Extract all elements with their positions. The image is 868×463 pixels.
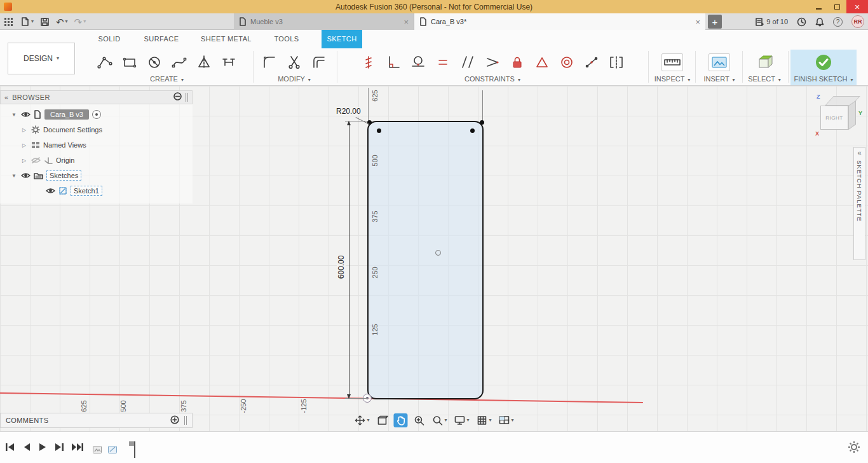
minimize-button[interactable]: [810, 0, 828, 13]
tree-item-label[interactable]: Origin: [56, 156, 74, 164]
sketch-point[interactable]: [377, 128, 381, 133]
insert-dropdown[interactable]: INSERT ▾: [699, 75, 740, 85]
create-dropdown[interactable]: CREATE ▾: [86, 75, 248, 85]
insert-canvas-icon[interactable]: [709, 53, 730, 71]
perpendicular-constraint-icon[interactable]: [385, 54, 402, 71]
midpoint-constraint-icon[interactable]: [583, 54, 600, 71]
restore-button[interactable]: [828, 0, 846, 13]
dimension-line[interactable]: [349, 122, 349, 398]
sketch-center-point[interactable]: [435, 250, 441, 256]
viewports-button[interactable]: ▾: [498, 413, 515, 427]
triangle-constraint-icon[interactable]: [534, 54, 550, 71]
add-comment-icon[interactable]: [170, 415, 179, 426]
fix-lock-constraint-icon[interactable]: [509, 54, 526, 71]
tab-surface[interactable]: SURFACE: [139, 30, 184, 48]
close-tab-icon[interactable]: ×: [695, 17, 700, 27]
view-cube-front-face[interactable]: RIGHT: [820, 106, 848, 130]
step-forward-button[interactable]: [54, 443, 64, 452]
panel-resize-grip[interactable]: [184, 416, 187, 425]
collapse-panel-icon[interactable]: «: [4, 94, 8, 101]
sketch-point[interactable]: [470, 128, 475, 133]
play-button[interactable]: [38, 443, 47, 452]
visibility-eye-icon[interactable]: [46, 188, 55, 194]
finish-sketch-check-icon[interactable]: [814, 53, 833, 72]
expand-icon[interactable]: ▼: [10, 112, 18, 118]
tree-item-root[interactable]: ▼ Cara_B v3: [0, 107, 193, 122]
finish-sketch-dropdown[interactable]: FINISH SKETCH ▾: [790, 75, 857, 85]
redo-button[interactable]: ↷ ▾: [74, 17, 86, 27]
new-tab-button[interactable]: +: [708, 15, 722, 29]
timeline-sketch-icon[interactable]: [107, 445, 118, 455]
sketch-profile[interactable]: [367, 121, 484, 399]
trim-scissors-icon[interactable]: [286, 54, 302, 71]
tree-item-sketches[interactable]: ▼ Sketches: [0, 168, 193, 183]
collapse-panel-icon[interactable]: «: [857, 149, 861, 156]
grid-snap-button[interactable]: ▾: [475, 413, 493, 427]
expand-icon[interactable]: ▼: [10, 173, 18, 179]
skip-to-end-button[interactable]: [71, 443, 84, 452]
app-grid-icon[interactable]: [4, 17, 13, 27]
user-avatar[interactable]: RR: [851, 15, 864, 28]
circle-tool-icon[interactable]: [146, 54, 163, 71]
activate-component-radio[interactable]: [92, 110, 101, 119]
select-window-icon[interactable]: [756, 54, 773, 71]
tree-item-label[interactable]: Sketches: [46, 170, 81, 181]
tree-item-label[interactable]: Named Views: [43, 141, 86, 149]
sketch-point[interactable]: [480, 120, 484, 125]
expand-icon[interactable]: ▷: [20, 158, 28, 163]
step-back-button[interactable]: [22, 443, 31, 452]
select-dropdown[interactable]: SELECT ▾: [745, 75, 784, 85]
orbit-tool-button[interactable]: ▾: [353, 413, 370, 427]
comments-bar[interactable]: COMMENTS: [0, 413, 193, 428]
workspace-selector[interactable]: DESIGN ▾: [8, 43, 75, 74]
x-axis-line[interactable]: [0, 392, 643, 403]
coincident-constraint-icon[interactable]: [484, 54, 501, 71]
tree-item-sketch1[interactable]: Sketch1: [0, 183, 193, 198]
view-cube[interactable]: Z RIGHT Y X: [815, 93, 862, 137]
view-cube-side-face[interactable]: [848, 100, 856, 130]
visibility-eye-icon[interactable]: [21, 172, 31, 179]
tab-sheet-metal[interactable]: SHEET METAL: [194, 30, 258, 48]
minimize-panel-icon[interactable]: [173, 92, 182, 102]
line-tool-icon[interactable]: [97, 54, 113, 71]
tab-sketch[interactable]: SKETCH: [322, 30, 362, 48]
skip-to-start-button[interactable]: [5, 443, 15, 452]
inspect-dropdown[interactable]: INSPECT ▾: [652, 75, 693, 85]
finish-sketch-button[interactable]: FINISH SKETCH ▾: [790, 50, 857, 85]
mirror-tool-icon[interactable]: [196, 54, 212, 71]
expand-icon[interactable]: ▷: [20, 142, 28, 148]
symmetry-constraint-icon[interactable]: [608, 54, 625, 71]
history-clock-icon[interactable]: [797, 17, 806, 27]
tree-item-label[interactable]: Cara_B v3: [44, 109, 89, 120]
fillet-tool-icon[interactable]: [261, 54, 278, 71]
notifications-bell-icon[interactable]: [815, 17, 824, 27]
measure-tool-icon[interactable]: [661, 53, 683, 71]
equal-constraint-icon[interactable]: [435, 54, 451, 71]
undo-button[interactable]: ↶ ▾: [56, 17, 68, 27]
tree-item-label[interactable]: Document Settings: [43, 126, 102, 134]
visibility-eye-icon[interactable]: [21, 111, 31, 118]
dimension-tool-icon[interactable]: [360, 54, 377, 71]
sketch-palette-tab[interactable]: « SKETCH PALETTE: [853, 147, 865, 260]
offset-tool-icon[interactable]: [311, 54, 327, 71]
spline-tool-icon[interactable]: [171, 54, 187, 71]
tree-item-origin[interactable]: ▷ Origin: [0, 153, 193, 168]
look-at-button[interactable]: [375, 413, 389, 427]
job-status-button[interactable]: 9 of 10: [755, 17, 788, 26]
expand-icon[interactable]: ▷: [20, 127, 28, 133]
parallel-constraint-icon[interactable]: [459, 54, 476, 71]
timeline-position-marker[interactable]: [134, 441, 135, 458]
tree-item-named-views[interactable]: ▷ Named Views: [0, 137, 193, 153]
concentric-constraint-icon[interactable]: [559, 54, 575, 71]
document-tab-mueble[interactable]: Mueble v3 ×: [234, 13, 414, 30]
save-button[interactable]: [40, 17, 50, 27]
tab-solid[interactable]: SOLID: [90, 30, 128, 48]
document-tab-cara-b[interactable]: Cara_B v3* ×: [414, 13, 705, 30]
display-settings-button[interactable]: ▾: [452, 413, 470, 427]
close-tab-icon[interactable]: ×: [403, 17, 409, 27]
modify-dropdown[interactable]: MODIFY ▾: [255, 75, 333, 85]
radius-value[interactable]: R20.00: [335, 107, 362, 116]
tree-item-document-settings[interactable]: ▷ Document Settings: [0, 122, 193, 137]
zoom-in-button[interactable]: [412, 413, 426, 427]
model-canvas[interactable]: 600.00 R20.00 625 500 375 250 125 625 50…: [0, 86, 868, 431]
